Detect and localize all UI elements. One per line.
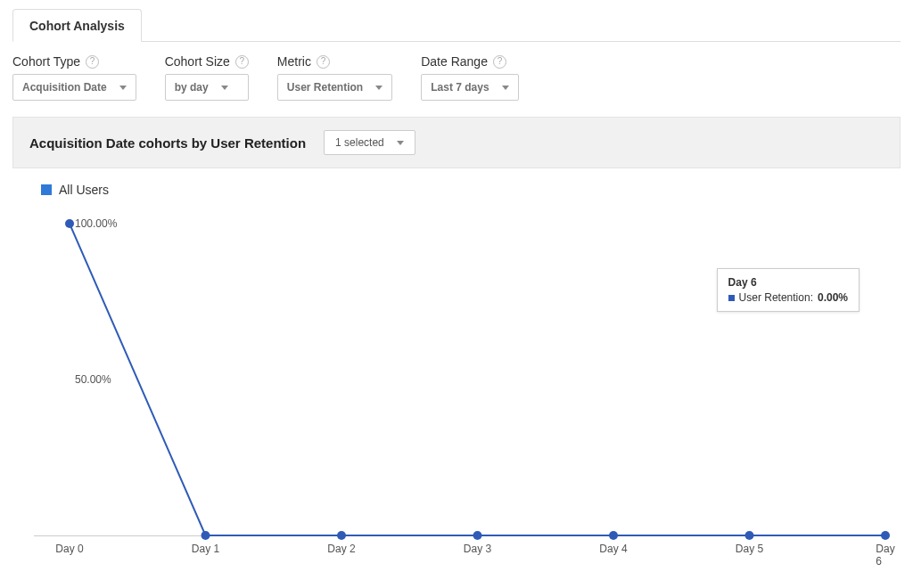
- filter-label-metric: Metric: [277, 54, 311, 69]
- chevron-down-icon: [119, 86, 127, 90]
- section-title: Acquisition Date cohorts by User Retenti…: [29, 135, 306, 151]
- app-root: Cohort Analysis Cohort Type ? Acquisitio…: [0, 0, 913, 588]
- dropdown-selected-cohorts[interactable]: 1 selected: [324, 130, 415, 155]
- help-icon[interactable]: ?: [86, 55, 99, 69]
- dropdown-value: by day: [175, 81, 209, 94]
- help-icon[interactable]: ?: [235, 55, 249, 69]
- chart-line: [34, 206, 890, 562]
- help-icon[interactable]: ?: [493, 55, 506, 69]
- dropdown-value: User Retention: [287, 81, 363, 94]
- chart-plot-area: Day 6 User Retention: 0.00% 100.00%50.00…: [34, 206, 890, 562]
- dropdown-value: Last 7 days: [431, 81, 489, 94]
- chart-point[interactable]: [337, 531, 346, 540]
- dropdown-metric[interactable]: User Retention: [277, 74, 392, 101]
- chart-legend: All Users: [20, 183, 893, 197]
- dropdown-value: 1 selected: [335, 136, 384, 149]
- filter-row: Cohort Type ? Acquisition Date Cohort Si…: [12, 42, 901, 117]
- legend-series-label: All Users: [59, 183, 109, 197]
- tab-bar: Cohort Analysis: [12, 9, 901, 42]
- filter-label-cohort-size: Cohort Size: [165, 54, 230, 69]
- section-bar: Acquisition Date cohorts by User Retenti…: [12, 117, 901, 168]
- chart-point[interactable]: [202, 531, 210, 540]
- filter-date-range: Date Range ? Last 7 days: [421, 54, 518, 101]
- chevron-down-icon: [221, 86, 228, 90]
- chart-container: All Users Day 6 User Retention: 0.00% 10…: [12, 168, 901, 562]
- filter-label-date-range: Date Range: [421, 54, 488, 69]
- dropdown-value: Acquisition Date: [22, 81, 107, 94]
- chart-point[interactable]: [609, 531, 618, 540]
- legend-swatch-icon: [41, 184, 52, 195]
- filter-cohort-size: Cohort Size ? by day: [165, 54, 249, 101]
- chart-point[interactable]: [65, 219, 74, 228]
- chart-point[interactable]: [745, 531, 754, 540]
- filter-cohort-type: Cohort Type ? Acquisition Date: [12, 54, 136, 101]
- dropdown-date-range[interactable]: Last 7 days: [421, 74, 518, 101]
- chart-point[interactable]: [473, 531, 482, 540]
- tab-cohort-analysis[interactable]: Cohort Analysis: [12, 9, 142, 42]
- dropdown-cohort-size[interactable]: by day: [165, 74, 249, 101]
- filter-metric: Metric ? User Retention: [277, 54, 392, 101]
- dropdown-cohort-type[interactable]: Acquisition Date: [12, 74, 136, 101]
- filter-label-cohort-type: Cohort Type: [12, 54, 80, 69]
- chevron-down-icon: [397, 141, 404, 145]
- chart-point[interactable]: [881, 531, 890, 540]
- help-icon[interactable]: ?: [317, 55, 330, 69]
- chevron-down-icon: [375, 86, 382, 90]
- chevron-down-icon: [502, 86, 509, 90]
